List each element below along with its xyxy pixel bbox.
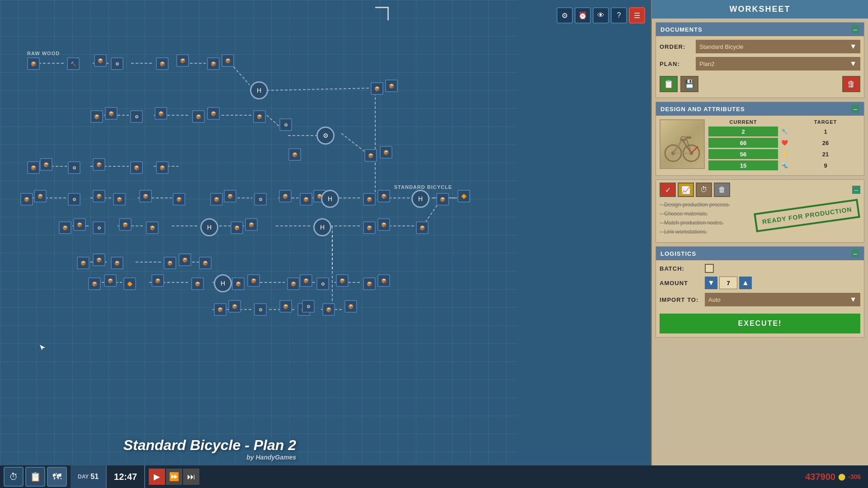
documents-minimize[interactable]: –: [851, 25, 859, 33]
node-8-8[interactable]: 📦: [344, 300, 357, 313]
node-4-5[interactable]: 📦: [113, 193, 126, 206]
node-6-3[interactable]: 📦: [111, 257, 123, 269]
node-end[interactable]: 🔶: [458, 190, 470, 202]
menu-button[interactable]: ☰: [629, 7, 645, 23]
node-4-1[interactable]: 📦: [20, 193, 33, 206]
order-dropdown[interactable]: Standard Bicycle ▼: [696, 40, 860, 53]
node-7-9[interactable]: 📦: [300, 274, 312, 287]
node-7-6[interactable]: 📦: [232, 277, 245, 290]
node-7-11[interactable]: 📦: [336, 274, 349, 287]
node-2-2[interactable]: 📦: [105, 107, 118, 120]
stepper-up[interactable]: ▲: [739, 277, 752, 289]
node-4-8[interactable]: 📦: [210, 193, 223, 206]
node-3-2[interactable]: 📦: [40, 158, 52, 171]
node-2-7[interactable]: 📦: [253, 110, 266, 123]
node-4-2[interactable]: 📦: [34, 190, 47, 202]
node-7-7[interactable]: 📦: [247, 274, 260, 287]
node-8-7[interactable]: 📦: [322, 303, 335, 316]
map-icon-bottom[interactable]: 🗺: [47, 467, 67, 487]
node-5-5[interactable]: 📦: [146, 221, 159, 234]
hub-2[interactable]: ⚙: [316, 127, 335, 145]
node-m-3[interactable]: 📦: [364, 149, 377, 162]
checklist-minimize[interactable]: –: [852, 186, 860, 194]
fast-forward-2-button[interactable]: ⏭: [183, 469, 199, 485]
import-dropdown[interactable]: Auto ▼: [705, 293, 860, 306]
node-6-2[interactable]: 📦: [93, 253, 105, 266]
node-6-4[interactable]: 📦: [164, 257, 176, 269]
node-4-15[interactable]: 📦: [377, 190, 390, 202]
settings-button[interactable]: ⚙: [557, 7, 573, 23]
node-4-6[interactable]: 📦: [139, 190, 152, 202]
node-5-6[interactable]: 📦: [231, 221, 243, 234]
node-8-3[interactable]: ⚙: [254, 303, 267, 316]
node-6-6[interactable]: 📦: [199, 257, 212, 269]
hub-1[interactable]: H: [250, 81, 268, 99]
node-7-5[interactable]: 📦: [191, 277, 204, 290]
node-4-4[interactable]: 📦: [93, 190, 105, 202]
node-5-7[interactable]: 📦: [245, 218, 258, 231]
node-1-3[interactable]: 📦: [94, 54, 107, 67]
clipboard-icon-bottom[interactable]: 📋: [25, 467, 45, 487]
node-3-5[interactable]: 📦: [130, 161, 143, 174]
node-4-12[interactable]: 📦: [300, 193, 312, 206]
node-5-4[interactable]: 📦: [119, 218, 132, 231]
node-8-4[interactable]: 📦: [279, 300, 292, 313]
node-2-6[interactable]: 📦: [207, 107, 220, 120]
node-7-1[interactable]: 📦: [88, 277, 101, 290]
node-4-10[interactable]: ⚙: [254, 193, 267, 206]
node-4-11[interactable]: 📦: [279, 190, 292, 202]
tab-delete[interactable]: 🗑: [714, 183, 730, 197]
node-7-3[interactable]: 🔶: [123, 277, 136, 290]
hub-3[interactable]: H: [321, 190, 339, 208]
fast-forward-button[interactable]: ⏩: [166, 469, 182, 485]
node-1-1[interactable]: 📦: [27, 57, 40, 70]
design-minimize[interactable]: –: [851, 105, 859, 113]
node-2-4[interactable]: 📦: [155, 107, 167, 120]
batch-checkbox[interactable]: [705, 264, 714, 273]
node-5-3[interactable]: ⚙: [93, 221, 105, 234]
node-5-2[interactable]: 📦: [73, 218, 86, 231]
node-1-2[interactable]: 🔨: [67, 57, 80, 70]
stepper-down[interactable]: ▼: [705, 277, 717, 289]
node-1-5[interactable]: 📦: [156, 57, 169, 70]
node-m-1[interactable]: ⚙: [279, 118, 292, 131]
help-button[interactable]: ?: [611, 7, 627, 23]
play-button[interactable]: ▶: [149, 469, 165, 485]
node-6-5[interactable]: 📦: [179, 253, 191, 266]
node-7-4[interactable]: 📦: [151, 274, 164, 287]
clock-button[interactable]: ⏰: [575, 7, 591, 23]
hub-6[interactable]: H: [313, 218, 331, 236]
node-4-16[interactable]: 📦: [436, 193, 449, 206]
node-8-1[interactable]: 📦: [214, 303, 226, 316]
node-2-3[interactable]: ⚙: [130, 110, 143, 123]
node-5-8[interactable]: 📦: [363, 221, 376, 234]
execute-button[interactable]: EXECUTE!: [660, 314, 860, 333]
node-8-2[interactable]: 📦: [228, 300, 241, 313]
tab-checklist[interactable]: ✓: [660, 183, 676, 197]
node-3-4[interactable]: 📦: [93, 158, 105, 171]
node-7-12[interactable]: 📦: [363, 277, 376, 290]
node-3-6[interactable]: 📦: [156, 161, 169, 174]
node-5-9[interactable]: 📦: [377, 218, 390, 231]
node-5-10[interactable]: 📦: [416, 221, 429, 234]
tab-settings[interactable]: ⏱: [696, 183, 712, 197]
delete-button[interactable]: 🗑: [842, 76, 860, 92]
node-3-1[interactable]: 📦: [27, 161, 40, 174]
node-4-7[interactable]: 📦: [173, 193, 185, 206]
node-4-9[interactable]: 📦: [224, 190, 236, 202]
node-1-7[interactable]: 📦: [207, 57, 220, 70]
node-4-3[interactable]: ⚙: [68, 193, 80, 206]
node-6-1[interactable]: 📦: [77, 257, 90, 269]
production-canvas[interactable]: STANDARD BICYCLE RAW WOOD 📦 🔨 📦 ⚙ 📦 📦 📦 …: [0, 0, 518, 488]
node-7-8[interactable]: 📦: [287, 277, 300, 290]
node-1-9[interactable]: 📦: [371, 82, 383, 95]
node-5-1[interactable]: 📦: [59, 221, 71, 234]
node-1-10[interactable]: 📦: [385, 80, 398, 92]
node-1-4[interactable]: ⚙: [111, 57, 123, 70]
node-7-2[interactable]: 📦: [104, 274, 117, 287]
plan-dropdown[interactable]: Plan2 ▼: [696, 57, 860, 70]
tab-chart[interactable]: 📈: [678, 183, 694, 197]
save-button[interactable]: 💾: [680, 76, 698, 92]
node-2-1[interactable]: 📦: [90, 110, 103, 123]
logistics-minimize[interactable]: –: [851, 249, 859, 258]
